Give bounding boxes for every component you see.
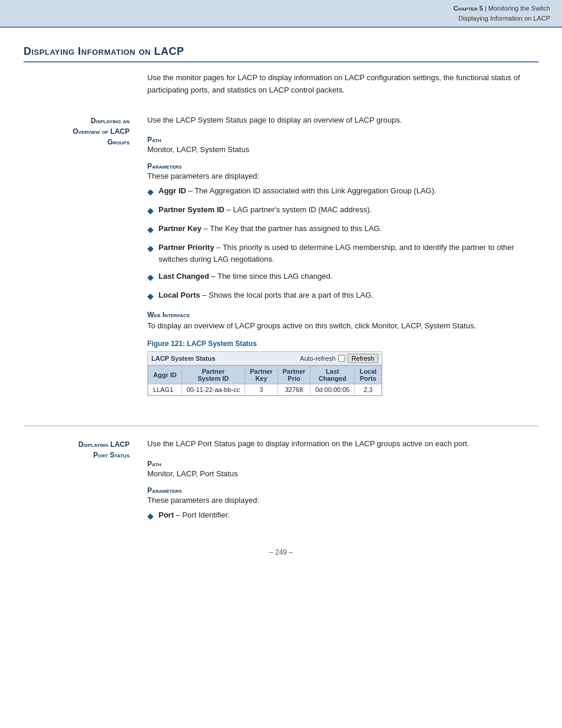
table-header-cell: Aggr ID [148, 366, 182, 384]
bullet-diamond: ◆ [147, 242, 154, 255]
param-text: Local Ports – Shows the local ports that… [158, 289, 373, 301]
lacp-overview-intro: Use the LACP System Status page to displ… [147, 114, 538, 127]
table-cell: LLAG1 [148, 384, 182, 396]
table-header-cell: PartnerPrio [277, 366, 310, 384]
param-name: Port [158, 510, 174, 519]
bullet-diamond: ◆ [147, 271, 154, 284]
port-status-params-label: Parameters [147, 486, 538, 495]
header-subtitle: Displaying Information on LACP [454, 14, 550, 24]
param-item: ◆Last Changed – The time since this LAG … [147, 271, 538, 284]
page-header: Chapter 5 | Monitoring the Switch Displa… [0, 0, 562, 28]
table-header-cell: PartnerSystem ID [181, 366, 245, 384]
param-item: ◆Local Ports – Shows the local ports tha… [147, 289, 538, 302]
web-interface-label: Web Interface [147, 311, 538, 319]
auto-refresh-checkbox[interactable] [338, 355, 345, 362]
port-status-path-value: Monitor, LACP, Port Status [147, 469, 538, 478]
path-label: Path [147, 136, 538, 144]
param-name: Last Changed [158, 272, 209, 281]
param-desc: – Shows the local ports that are a part … [200, 291, 373, 299]
web-interface-text: To display an overview of LACP groups ac… [147, 320, 538, 332]
lacp-port-status-content: Use the LACP Port Status page to display… [141, 438, 538, 531]
params-label: Parameters [147, 162, 538, 170]
lacp-table-title: LACP System Status [151, 355, 216, 362]
lacp-port-status-intro: Use the LACP Port Status page to display… [147, 438, 538, 450]
param-name: Local Ports [158, 291, 200, 299]
table-cell: 32768 [277, 384, 310, 396]
param-desc: – The Aggregation ID associated with thi… [186, 186, 437, 195]
param-text: Port – Port Identifier. [158, 509, 230, 521]
param-text: Partner Key – The Key that the partner h… [158, 223, 382, 235]
section-title: Displaying Information on LACP [24, 45, 538, 58]
port-status-params-intro: These parameters are displayed: [147, 496, 538, 505]
bullet-diamond: ◆ [147, 290, 154, 302]
lacp-port-status-label: Displaying LACP Port Status [24, 438, 141, 531]
table-cell: 2,3 [355, 384, 382, 396]
figure-caption: Figure 121: LACP System Status [147, 340, 538, 348]
param-item: ◆Partner System ID – LAG partner's syste… [147, 204, 538, 217]
port-status-params-section: Parameters These parameters are displaye… [147, 486, 538, 522]
lacp-overview-content: Use the LACP System Status page to displ… [141, 114, 538, 414]
section-heading: Displaying Information on LACP [24, 45, 538, 62]
table-header-cell: LocalPorts [355, 366, 382, 384]
param-text: Partner System ID – LAG partner's system… [158, 204, 372, 216]
path-section: Path Monitor, LACP, System Status [147, 136, 538, 154]
param-item: ◆Partner Priority – This priority is use… [147, 242, 538, 265]
param-desc: – The time since this LAG changed. [209, 272, 332, 281]
page-number: – 249 – [24, 548, 538, 562]
lacp-overview-title: Displaying an Overview of LACP Groups [24, 116, 130, 147]
table-header-cell: PartnerKey [245, 366, 278, 384]
section-divider [24, 426, 538, 426]
param-name: Partner Priority [158, 243, 214, 252]
auto-refresh-label: Auto-refresh [300, 355, 336, 362]
params-intro: These parameters are displayed: [147, 172, 538, 180]
param-item: ◆Aggr ID – The Aggregation ID associated… [147, 185, 538, 198]
param-text: Partner Priority – This priority is used… [158, 242, 538, 265]
bullet-diamond: ◆ [147, 205, 154, 217]
port-status-params-list: ◆Port – Port Identifier. [147, 509, 538, 522]
lacp-port-status-title: Displaying LACP Port Status [24, 439, 130, 460]
web-interface-section: Web Interface To display an overview of … [147, 311, 538, 332]
port-status-path-section: Path Monitor, LACP, Port Status [147, 460, 538, 478]
table-header-row: Aggr IDPartnerSystem IDPartnerKeyPartner… [148, 366, 382, 384]
table-cell: 0d 00:00:05 [310, 384, 355, 396]
chapter-label: Chapter 5 [454, 5, 483, 12]
params-section: Parameters These parameters are displaye… [147, 162, 538, 302]
lacp-port-status-subsection: Displaying LACP Port Status Use the LACP… [24, 438, 538, 531]
bullet-diamond: ◆ [147, 510, 154, 522]
param-desc: – Port Identifier. [174, 510, 230, 519]
chapter-title: Monitoring the Switch [488, 5, 550, 12]
lacp-overview-label: Displaying an Overview of LACP Groups [24, 114, 141, 414]
chapter-separator: | [483, 5, 488, 12]
lacp-data-table: Aggr IDPartnerSystem IDPartnerKeyPartner… [148, 365, 382, 396]
param-desc: – The Key that the partner has assigned … [201, 224, 382, 233]
page-content: Displaying Information on LACP Use the m… [0, 28, 562, 586]
param-item: ◆Partner Key – The Key that the partner … [147, 223, 538, 236]
chapter-info: Chapter 5 | Monitoring the Switch Displa… [454, 4, 550, 23]
path-value: Monitor, LACP, System Status [147, 145, 538, 154]
param-item: ◆Port – Port Identifier. [147, 509, 538, 522]
bullet-diamond: ◆ [147, 186, 154, 198]
section-intro-text: Use the monitor pages for LACP to displa… [147, 72, 538, 97]
lacp-table-wrapper: LACP System Status Auto-refresh Refresh … [147, 351, 382, 396]
lacp-table-header-bar: LACP System Status Auto-refresh Refresh [148, 352, 382, 365]
lacp-overview-subsection: Displaying an Overview of LACP Groups Us… [24, 114, 538, 414]
table-cell: 00-11-22-aa-bb-cc [181, 384, 245, 396]
section-intro-block: Use the monitor pages for LACP to displa… [147, 72, 538, 97]
param-name: Partner System ID [158, 205, 224, 214]
table-row: LLAG100-11-22-aa-bb-cc3327680d 00:00:052… [148, 384, 382, 396]
param-desc: – LAG partner's system ID (MAC address). [224, 205, 372, 214]
param-name: Aggr ID [158, 186, 186, 195]
params-list: ◆Aggr ID – The Aggregation ID associated… [147, 185, 538, 302]
table-cell: 3 [245, 384, 278, 396]
param-text: Last Changed – The time since this LAG c… [158, 271, 332, 282]
table-header-cell: LastChanged [310, 366, 355, 384]
refresh-button[interactable]: Refresh [348, 354, 379, 363]
param-text: Aggr ID – The Aggregation ID associated … [158, 185, 437, 197]
port-status-path-label: Path [147, 460, 538, 468]
bullet-diamond: ◆ [147, 223, 154, 236]
lacp-auto-refresh: Auto-refresh Refresh [300, 354, 378, 363]
param-name: Partner Key [158, 224, 201, 233]
